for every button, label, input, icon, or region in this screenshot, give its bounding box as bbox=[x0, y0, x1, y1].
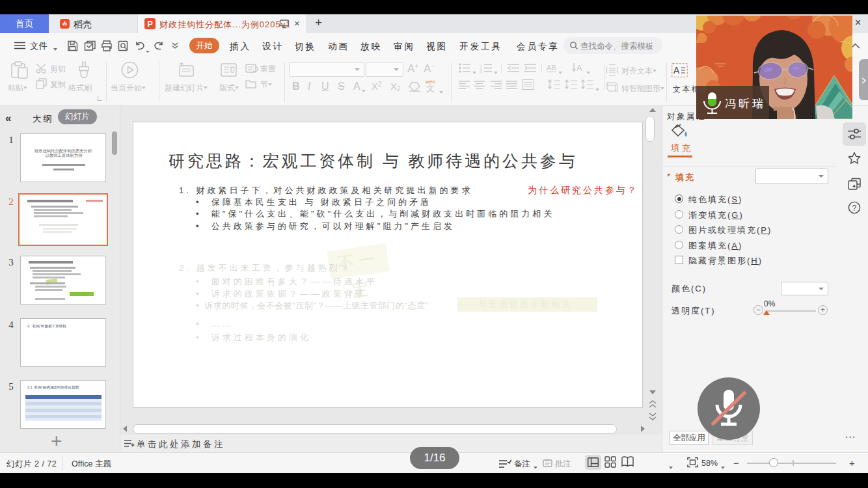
svg-text:冯昕瑞: 冯昕瑞 bbox=[725, 98, 766, 110]
svg-text:A: A bbox=[576, 63, 582, 73]
svg-text:3: 3 bbox=[480, 70, 482, 73]
svg-text:?: ? bbox=[852, 204, 857, 213]
svg-text:A: A bbox=[673, 65, 680, 75]
